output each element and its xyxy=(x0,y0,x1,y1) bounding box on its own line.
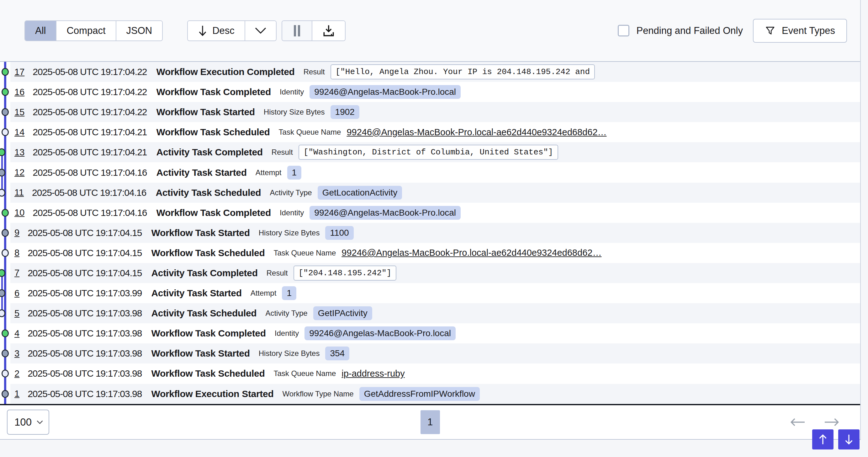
event-name: Workflow Task Scheduled xyxy=(151,248,265,258)
event-id-link[interactable]: 17 xyxy=(14,67,25,77)
current-page-button[interactable]: 1 xyxy=(421,410,440,434)
chevron-down-icon xyxy=(37,420,43,424)
event-name: Activity Task Completed xyxy=(156,147,263,158)
pause-button[interactable] xyxy=(282,21,312,40)
event-name: Workflow Task Started xyxy=(151,348,250,359)
event-row[interactable]: 14 2025-05-08 UTC 19:17:04.21 Workflow T… xyxy=(0,122,860,142)
event-id-link[interactable]: 14 xyxy=(14,127,25,138)
event-name: Workflow Task Started xyxy=(151,228,250,238)
pending-failed-checkbox[interactable] xyxy=(618,25,629,36)
event-timestamp: 2025-05-08 UTC 19:17:04.22 xyxy=(33,107,147,117)
event-timestamp: 2025-05-08 UTC 19:17:04.21 xyxy=(33,127,147,138)
arrow-down-icon xyxy=(844,434,854,445)
event-detail-label: Identity xyxy=(275,329,299,338)
event-status-dot xyxy=(2,229,9,237)
tab-all[interactable]: All xyxy=(25,21,57,40)
event-row[interactable]: 17 2025-05-08 UTC 19:17:04.22 Workflow E… xyxy=(0,62,860,82)
page-nav-arrows xyxy=(790,418,839,427)
event-detail-label: Workflow Type Name xyxy=(282,390,353,398)
event-row[interactable]: 15 2025-05-08 UTC 19:17:04.22 Workflow T… xyxy=(0,102,860,122)
event-detail-value[interactable]: 99246@Angelas-MacBook-Pro.local-ae62d440… xyxy=(341,248,601,258)
event-detail-value: ["Hello, Angela Zhou. Your IP is 204.148… xyxy=(331,64,595,79)
event-row[interactable]: 11 2025-05-08 UTC 19:17:04.16 Activity T… xyxy=(0,183,860,203)
sort-dropdown-button[interactable] xyxy=(245,21,276,40)
page-size-select[interactable]: 100 xyxy=(7,409,49,435)
event-row[interactable]: 3 2025-05-08 UTC 19:17:03.98 Workflow Ta… xyxy=(0,343,860,364)
history-action-buttons xyxy=(282,20,346,41)
event-detail-value: GetIPActivity xyxy=(313,306,372,320)
event-id-link[interactable]: 13 xyxy=(14,147,25,158)
event-timestamp: 2025-05-08 UTC 19:17:03.98 xyxy=(28,308,142,319)
event-timestamp: 2025-05-08 UTC 19:17:04.22 xyxy=(33,66,147,77)
event-row[interactable]: 13 2025-05-08 UTC 19:17:04.21 Activity T… xyxy=(0,142,860,162)
event-row[interactable]: 10 2025-05-08 UTC 19:17:04.16 Workflow T… xyxy=(0,203,860,223)
event-detail-label: Attempt xyxy=(255,168,282,177)
download-button[interactable] xyxy=(312,21,345,40)
event-id-link[interactable]: 4 xyxy=(14,328,20,339)
event-id-link[interactable]: 12 xyxy=(14,167,25,178)
event-row[interactable]: 1 2025-05-08 UTC 19:17:03.98 Workflow Ex… xyxy=(0,384,860,404)
event-status-dot xyxy=(2,108,9,116)
event-name: Workflow Task Completed xyxy=(156,207,271,218)
event-history-panel: All Compact JSON Desc xyxy=(0,0,861,440)
pending-failed-label: Pending and Failed Only xyxy=(636,25,743,36)
event-timestamp: 2025-05-08 UTC 19:17:03.98 xyxy=(28,328,142,339)
prev-page-arrow[interactable] xyxy=(790,418,806,427)
event-name: Workflow Task Scheduled xyxy=(156,127,270,138)
event-id-link[interactable]: 10 xyxy=(14,207,25,218)
event-id-link[interactable]: 8 xyxy=(14,248,20,258)
event-id-link[interactable]: 16 xyxy=(14,87,25,97)
sort-desc-button[interactable]: Desc xyxy=(188,21,245,40)
event-name: Activity Task Completed xyxy=(151,268,257,278)
event-name: Workflow Task Completed xyxy=(151,328,266,339)
event-id-link[interactable]: 7 xyxy=(14,268,20,278)
event-status-dot xyxy=(2,88,9,96)
event-timestamp: 2025-05-08 UTC 19:17:04.21 xyxy=(33,147,147,158)
event-row[interactable]: 2 2025-05-08 UTC 19:17:03.98 Workflow Ta… xyxy=(0,364,860,383)
event-detail-label: History Size Bytes xyxy=(264,108,325,116)
event-name: Workflow Task Started xyxy=(156,107,255,117)
event-id-link[interactable]: 6 xyxy=(14,288,20,298)
event-id-link[interactable]: 2 xyxy=(14,369,20,379)
event-detail-value: ["204.148.195.242"] xyxy=(293,265,396,281)
event-detail-value: 1902 xyxy=(331,105,360,119)
event-types-button[interactable]: Event Types xyxy=(753,19,847,43)
scroll-shortcut-buttons xyxy=(812,429,860,450)
tab-compact[interactable]: Compact xyxy=(57,21,116,40)
event-timestamp: 2025-05-08 UTC 19:17:04.16 xyxy=(33,167,147,178)
scroll-to-bottom-button[interactable] xyxy=(838,429,860,450)
event-row[interactable]: 6 2025-05-08 UTC 19:17:03.99 Activity Ta… xyxy=(0,283,860,303)
event-detail-label: Identity xyxy=(280,208,304,217)
event-detail-value[interactable]: ip-address-ruby xyxy=(341,369,405,379)
scroll-to-top-button[interactable] xyxy=(812,429,834,450)
event-detail-value: 1 xyxy=(282,286,296,300)
tab-json[interactable]: JSON xyxy=(116,21,162,40)
event-name: Workflow Execution Completed xyxy=(156,66,295,77)
event-timestamp: 2025-05-08 UTC 19:17:04.22 xyxy=(33,87,147,97)
event-name: Workflow Execution Started xyxy=(151,389,274,399)
next-page-arrow[interactable] xyxy=(824,418,839,427)
event-row[interactable]: 16 2025-05-08 UTC 19:17:04.22 Workflow T… xyxy=(0,82,860,102)
event-status-dot xyxy=(2,370,9,378)
event-detail-label: Task Queue Name xyxy=(274,249,336,257)
event-id-link[interactable]: 3 xyxy=(14,348,20,359)
pending-failed-filter[interactable]: Pending and Failed Only xyxy=(618,25,743,36)
event-row[interactable]: 12 2025-05-08 UTC 19:17:04.16 Activity T… xyxy=(0,162,860,182)
event-row[interactable]: 8 2025-05-08 UTC 19:17:04.15 Workflow Ta… xyxy=(0,243,860,263)
event-id-link[interactable]: 15 xyxy=(14,107,25,117)
event-row[interactable]: 4 2025-05-08 UTC 19:17:03.98 Workflow Ta… xyxy=(0,323,860,343)
event-row[interactable]: 5 2025-05-08 UTC 19:17:03.98 Activity Ta… xyxy=(0,303,860,323)
event-id-link[interactable]: 1 xyxy=(14,389,20,399)
event-id-link[interactable]: 9 xyxy=(14,228,20,238)
event-id-link[interactable]: 5 xyxy=(14,308,20,319)
event-id-link[interactable]: 11 xyxy=(14,188,24,198)
event-name: Activity Task Scheduled xyxy=(151,308,256,319)
event-row[interactable]: 7 2025-05-08 UTC 19:17:04.15 Activity Ta… xyxy=(0,263,860,283)
toolbar-right-cluster: Pending and Failed Only Event Types xyxy=(618,19,847,43)
event-timestamp: 2025-05-08 UTC 19:17:03.98 xyxy=(28,368,142,379)
event-status-dot xyxy=(2,350,9,358)
event-detail-value[interactable]: 99246@Angelas-MacBook-Pro.local-ae62d440… xyxy=(346,127,607,138)
event-row[interactable]: 9 2025-05-08 UTC 19:17:04.15 Workflow Ta… xyxy=(0,223,860,243)
event-status-dot xyxy=(2,128,9,136)
event-name: Workflow Task Completed xyxy=(156,87,271,97)
